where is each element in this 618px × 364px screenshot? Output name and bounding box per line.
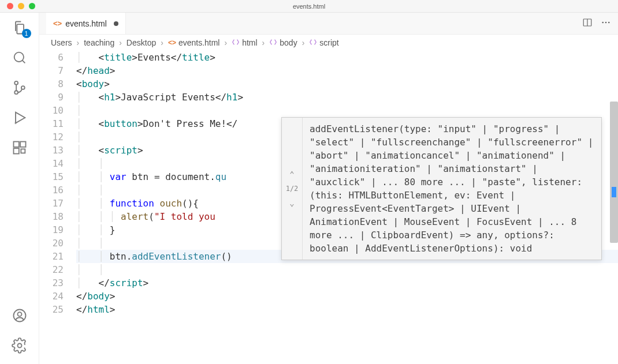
line-number: 17 <box>39 197 64 210</box>
chevron-up-icon[interactable]: ⌃ <box>289 168 294 181</box>
signature-text: addEventListener(type: "input" | "progre… <box>303 118 601 260</box>
activity-bar: 1 <box>0 13 39 364</box>
signature-help-tooltip: ⌃ 1/2 ⌄ addEventListener(type: "input" |… <box>281 117 602 260</box>
window-controls <box>0 3 35 9</box>
tab-bar: <> events.html <box>39 13 618 35</box>
svg-point-10 <box>17 312 21 316</box>
signature-counter: 1/2 <box>286 182 299 196</box>
breadcrumb-symbol-html[interactable]: html <box>232 38 257 48</box>
line-number: 10 <box>39 104 64 117</box>
svg-rect-6 <box>20 142 25 147</box>
scrollbar-thumb[interactable] <box>610 102 618 243</box>
chevron-right-icon: › <box>224 38 227 47</box>
line-number: 8 <box>39 77 64 91</box>
breadcrumb-segment: teaching <box>84 38 114 47</box>
chevron-right-icon: › <box>262 38 265 47</box>
line-number: 25 <box>39 303 64 316</box>
split-editor-icon[interactable] <box>582 17 593 30</box>
explorer-icon[interactable]: 1 <box>12 20 28 36</box>
symbol-icon <box>269 38 277 48</box>
line-number: 22 <box>39 263 64 276</box>
svg-point-3 <box>21 86 24 89</box>
line-number: 21 <box>39 250 64 263</box>
line-number: 6 <box>39 51 64 64</box>
line-number: 23 <box>39 276 64 290</box>
chevron-right-icon: › <box>161 38 163 47</box>
svg-point-0 <box>14 52 23 62</box>
svg-point-13 <box>602 21 604 23</box>
svg-point-11 <box>17 344 21 348</box>
tab-label: events.html <box>65 19 107 28</box>
window-title: events.html <box>293 3 325 10</box>
signature-nav: ⌃ 1/2 ⌄ <box>282 118 303 260</box>
breadcrumb-file[interactable]: <> events.html <box>168 38 220 47</box>
chevron-right-icon: › <box>302 38 305 47</box>
line-number: 11 <box>39 117 64 130</box>
explorer-badge: 1 <box>22 29 31 38</box>
line-number: 16 <box>39 183 64 197</box>
breadcrumb-segment: Desktop <box>126 38 156 47</box>
line-number: 9 <box>39 91 64 104</box>
window-titlebar: events.html <box>0 0 618 13</box>
main-area: 1 <> events.html <box>0 13 618 364</box>
svg-point-14 <box>605 21 607 23</box>
line-number: 13 <box>39 144 64 157</box>
unsaved-indicator-icon <box>114 21 118 26</box>
breadcrumb-symbol-body[interactable]: body <box>269 38 297 48</box>
line-number: 20 <box>39 237 64 250</box>
code-editor[interactable]: 678910111213141516171819202122232425 │ <… <box>39 51 618 364</box>
breadcrumb[interactable]: Users › teaching › Desktop › <> events.h… <box>39 35 618 51</box>
svg-point-1 <box>14 81 18 85</box>
svg-point-2 <box>14 91 18 94</box>
svg-rect-7 <box>13 148 18 153</box>
line-number: 24 <box>39 290 64 303</box>
line-number: 12 <box>39 130 64 144</box>
extensions-icon[interactable] <box>12 140 28 156</box>
breadcrumb-segment: Users <box>51 38 72 47</box>
editor-actions <box>582 17 611 30</box>
breadcrumb-symbol-script[interactable]: script <box>309 38 338 48</box>
chevron-down-icon[interactable]: ⌄ <box>289 197 294 210</box>
more-actions-icon[interactable] <box>601 17 611 30</box>
html-file-icon: <> <box>53 19 62 28</box>
svg-point-4 <box>14 122 17 125</box>
symbol-icon <box>309 38 317 48</box>
run-debug-icon[interactable] <box>12 110 28 126</box>
tab-events-html[interactable]: <> events.html <box>46 13 126 34</box>
line-number: 15 <box>39 170 64 183</box>
editor-area: <> events.html Users › teaching › Deskto… <box>39 13 618 364</box>
close-window-button[interactable] <box>7 3 13 9</box>
maximize-window-button[interactable] <box>29 3 35 9</box>
line-number: 7 <box>39 64 64 77</box>
chevron-right-icon: › <box>119 38 122 47</box>
svg-point-15 <box>608 21 610 23</box>
svg-rect-5 <box>13 142 18 147</box>
symbol-icon <box>232 38 240 48</box>
html-file-icon: <> <box>168 39 176 47</box>
line-number: 18 <box>39 210 64 223</box>
search-icon[interactable] <box>12 50 28 66</box>
minimap-cursor-marker <box>612 187 616 197</box>
chevron-right-icon: › <box>77 38 80 47</box>
line-number: 14 <box>39 157 64 170</box>
minimize-window-button[interactable] <box>18 3 24 9</box>
vertical-scrollbar[interactable] <box>610 102 618 364</box>
accounts-icon[interactable] <box>12 307 28 324</box>
source-control-icon[interactable] <box>12 80 28 96</box>
line-number-gutter: 678910111213141516171819202122232425 <box>39 51 76 364</box>
code-content[interactable]: │ <title>Events</title> </head> <body> │… <box>76 51 618 364</box>
settings-gear-icon[interactable] <box>12 337 28 354</box>
svg-rect-8 <box>21 149 25 153</box>
line-number: 19 <box>39 223 64 237</box>
